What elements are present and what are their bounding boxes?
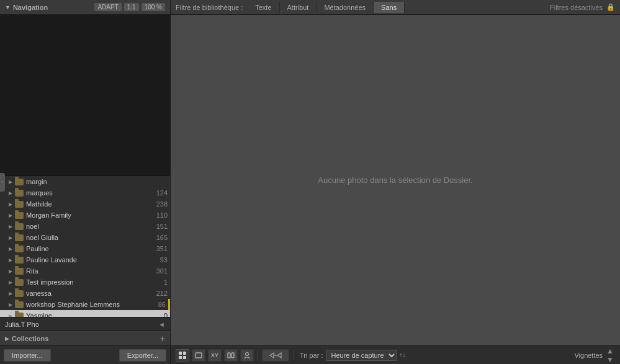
folder-name: Pauline Lavande [26,256,158,264]
bottom-bar: Importer... Exporter... [0,345,170,364]
vignettes-down-btn[interactable]: ▼ [605,355,615,364]
folder-expand-icon[interactable]: ▶ [7,234,14,241]
view-compare-btn[interactable] [224,349,238,362]
panel-toggle-arrow[interactable]: ‹ [0,173,5,192]
folder-name: Morgan Family [26,211,154,219]
folder-expand-icon[interactable]: ▶ [7,190,14,196]
folder-expand-icon[interactable]: ▶ [7,290,14,296]
folder-name: Rita [26,267,154,275]
folder-count: 301 [156,267,168,275]
folder-expand-icon[interactable]: ▶ [7,279,14,285]
bottom-toolbar: XY [171,345,620,364]
filter-tab-attribut[interactable]: Attribut [280,2,317,13]
folder-expand-icon[interactable]: ▶ [7,268,14,274]
folder-name: Pauline [26,245,154,252]
folder-icon [15,279,24,286]
export-button[interactable]: Exporter... [119,349,166,362]
folder-expand-icon[interactable]: ▶ [7,257,14,263]
folder-item[interactable]: ▶margin [0,176,170,187]
folder-icon [15,290,24,297]
folder-item[interactable]: ▶Test impression1 [0,277,170,288]
collections-add-icon[interactable]: + [160,334,165,344]
vignettes-up-btn[interactable]: ▲ [605,347,615,355]
toolbar-separator-1 [258,350,258,360]
filter-bar: Filtre de bibliothèque : Texte Attribut … [171,0,620,15]
nav-collapse-icon[interactable]: ▼ [5,4,11,11]
filter-tab-sans[interactable]: Sans [374,2,405,13]
folder-count: 86 [158,301,166,308]
svg-rect-5 [228,353,230,358]
nav-100-btn[interactable]: 100 % [142,3,165,11]
folder-expand-icon[interactable]: ▶ [7,223,14,229]
lock-icon[interactable]: 🔒 [606,3,615,11]
folder-name: workshop Stephanie Lemmens [26,301,156,308]
folder-item[interactable]: ▶Pauline351 [0,243,170,254]
folder-name: marques [26,189,154,197]
folder-item[interactable]: ▶marques124 [0,187,170,198]
folder-count: 0 [164,312,168,317]
nav-1to1-btn[interactable]: 1:1 [124,3,139,11]
filter-tab-texte[interactable]: Texte [248,2,279,13]
folder-count: 238 [156,200,168,208]
filter-tab-metadonnees[interactable]: Métadonnées [317,2,374,13]
nav-header: ▼ Navigation ADAPT 1:1 100 % [0,0,170,15]
empty-message: Aucune photo dans la sélection de Dossie… [318,175,472,185]
julia-label: Julia.T Pho [5,321,39,328]
filter-disabled-label: Filtres désactivés [550,4,603,11]
folder-item[interactable]: ▶Yasmine0 [0,310,170,317]
folder-expand-icon[interactable]: ▶ [7,313,14,317]
folder-icon [15,212,24,219]
folder-item[interactable]: ▶noel Giulia165 [0,232,170,243]
folder-name: vanessa [26,290,154,297]
folder-item[interactable]: ▶Mathilde238 [0,198,170,210]
folder-count: 1 [164,278,168,286]
julia-arrow-icon: ◄ [158,321,165,328]
collections-header[interactable]: ▶ Collections + [0,331,170,345]
folder-item[interactable]: ▶vanessa212 [0,288,170,299]
folder-name: noel Giulia [26,234,154,241]
nav-adapt-btn[interactable]: ADAPT [94,3,121,11]
svg-rect-3 [183,356,186,359]
vignettes-controls: ▲ ▼ [605,347,615,364]
folder-expand-icon[interactable]: ▶ [7,301,14,308]
folder-item[interactable]: ▶workshop Stephanie Lemmens86 [0,299,170,310]
folder-item[interactable]: ▶Pauline Lavande93 [0,254,170,265]
folder-count: 110 [156,211,168,219]
folder-icon [15,179,24,185]
svg-rect-0 [179,352,182,355]
folder-icon [15,190,24,197]
view-loupe-btn[interactable] [192,349,205,362]
sync-btn[interactable] [262,349,289,362]
folder-count: 93 [160,256,168,264]
folder-count: 351 [156,245,168,252]
folder-count: 124 [156,189,168,197]
view-xy-btn[interactable]: XY [208,349,222,362]
svg-rect-2 [179,356,182,359]
svg-point-7 [246,352,249,355]
folder-list: ▶margin▶marques124▶Mathilde238▶Morgan Fa… [0,176,170,317]
folder-item[interactable]: ▶Rita301 [0,265,170,277]
left-panel: ▼ Navigation ADAPT 1:1 100 % ▶margin▶mar… [0,0,171,364]
nav-title: Navigation [13,4,48,11]
folder-name: margin [26,178,165,185]
collections-collapse-icon[interactable]: ▶ [5,335,9,342]
folder-item[interactable]: ▶noel151 [0,221,170,232]
view-grid-btn[interactable] [176,349,189,362]
sort-label: Tri par : [300,352,323,359]
folder-icon [15,201,24,208]
folder-expand-icon[interactable]: ▶ [7,179,14,185]
import-button[interactable]: Importer... [4,349,51,362]
sort-dropdown[interactable]: Heure de capture [326,350,397,361]
folder-name: noel [26,223,154,230]
folder-expand-icon[interactable]: ▶ [7,201,14,207]
folder-item[interactable]: ▶Morgan Family110 [0,210,170,221]
sort-direction-icon[interactable]: ↑↓ [400,352,406,358]
view-people-btn[interactable] [240,349,254,362]
folder-expand-icon[interactable]: ▶ [7,212,14,218]
julia-section[interactable]: Julia.T Pho ◄ [0,317,170,331]
folder-icon [15,257,24,264]
folder-expand-icon[interactable]: ▶ [7,246,14,252]
folder-icon [15,234,24,241]
folder-icon [15,313,24,317]
toolbar-separator-2 [293,350,294,360]
